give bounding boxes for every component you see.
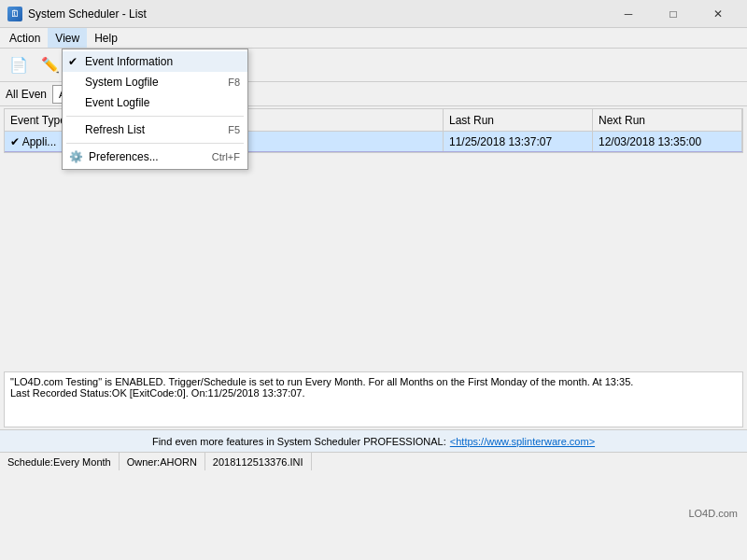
- menu-action-label: Action: [9, 32, 40, 45]
- menu-action[interactable]: Action: [2, 28, 48, 48]
- preferences-icon: ⚙️: [68, 149, 83, 164]
- refresh-shortcut: F5: [213, 124, 240, 135]
- menu-item-system-log-label: System Logfile: [85, 76, 159, 89]
- menu-help-label: Help: [94, 32, 118, 45]
- menu-separator-1: [66, 116, 244, 117]
- menu-separator-2: [66, 143, 244, 144]
- promo-text: Find even more features in System Schedu…: [152, 436, 446, 447]
- minimize-button[interactable]: ─: [607, 0, 650, 28]
- window-controls: ─ □ ✕: [607, 0, 740, 28]
- system-log-shortcut: F8: [213, 77, 240, 88]
- menu-view[interactable]: View: [48, 28, 87, 48]
- cell-next-run: 12/03/2018 13:35:00: [593, 132, 742, 151]
- col-next-run: Next Run: [593, 109, 742, 131]
- empty-area: [0, 155, 747, 370]
- menu-view-label: View: [55, 32, 79, 45]
- prefs-shortcut: Ctrl+F: [197, 151, 240, 162]
- menu-item-event-info-label: Event Information: [85, 55, 173, 68]
- menu-bar: Action View Help: [0, 28, 747, 49]
- status-schedule: Schedule:Every Month: [0, 453, 120, 470]
- window-title: System Scheduler - List: [28, 7, 147, 21]
- close-button[interactable]: ✕: [697, 0, 740, 28]
- col-last-run: Last Run: [444, 109, 593, 131]
- watermark: LO4D.com: [688, 508, 738, 519]
- title-bar: 🗓 System Scheduler - List ─ □ ✕: [0, 0, 747, 28]
- menu-item-system-log[interactable]: System Logfile F8: [63, 72, 247, 92]
- menu-item-prefs-label: Preferences...: [89, 150, 159, 163]
- checkmark-icon: ✔: [68, 55, 78, 68]
- toolbar-new-btn[interactable]: 📄: [4, 51, 34, 79]
- promo-link[interactable]: <https://www.splinterware.com>: [450, 436, 595, 447]
- filter-label: All Even: [6, 88, 47, 101]
- cell-last-run: 11/25/2018 13:37:07: [444, 132, 593, 151]
- menu-item-event-log-label: Event Logfile: [85, 96, 149, 109]
- promo-bar: Find even more features in System Schedu…: [0, 429, 747, 452]
- status-area: "LO4D.com Testing" is ENABLED. Trigger/S…: [4, 371, 743, 427]
- menu-item-refresh[interactable]: Refresh List F5: [63, 119, 247, 140]
- app-icon: 🗓: [7, 7, 22, 21]
- menu-item-preferences[interactable]: ⚙️ Preferences... Ctrl+F: [63, 147, 247, 167]
- status-owner: Owner:AHORN: [120, 453, 205, 470]
- maximize-button[interactable]: □: [652, 0, 695, 28]
- menu-help[interactable]: Help: [87, 28, 125, 48]
- menu-item-refresh-label: Refresh List: [85, 123, 145, 136]
- view-dropdown-menu: ✔ Event Information System Logfile F8 Ev…: [62, 49, 248, 170]
- status-bar: Schedule:Every Month Owner:AHORN 2018112…: [0, 452, 747, 470]
- menu-item-event-log[interactable]: Event Logfile: [63, 92, 247, 113]
- status-code: 2018112513376.INI: [205, 453, 312, 470]
- status-text: "LO4D.com Testing" is ENABLED. Trigger/S…: [10, 376, 633, 399]
- menu-item-event-info[interactable]: ✔ Event Information: [63, 51, 247, 72]
